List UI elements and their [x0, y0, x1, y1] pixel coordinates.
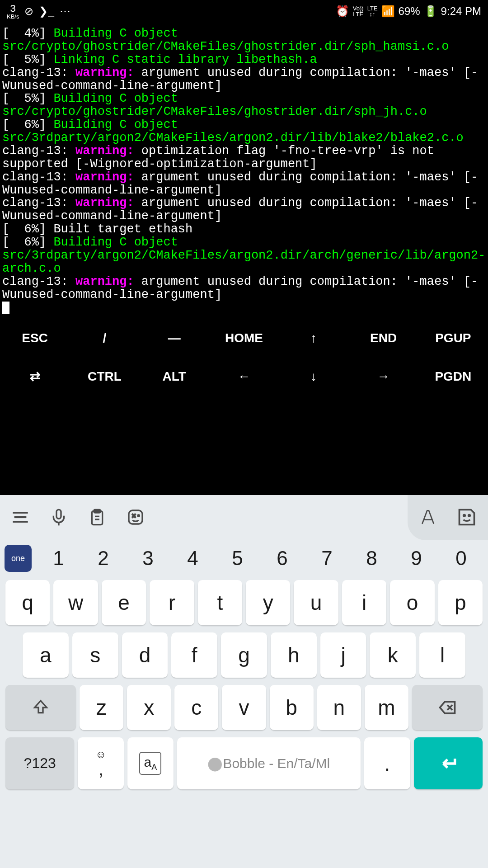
key-v[interactable]: v: [222, 685, 266, 730]
backspace-key[interactable]: [412, 685, 483, 730]
more-dots-icon: ⋯: [60, 5, 70, 18]
emoji-sticker-icon[interactable]: [457, 507, 477, 528]
fn-key-ctrl[interactable]: CTRL: [70, 357, 139, 396]
terminal-text: clang-13:: [2, 66, 75, 80]
terminal-text: warning:: [75, 196, 141, 210]
num-key-1[interactable]: 1: [36, 547, 81, 570]
key-j[interactable]: j: [320, 632, 366, 678]
key-i[interactable]: i: [342, 580, 386, 625]
key-t[interactable]: t: [198, 580, 242, 625]
terminal-text: Linking C static library libethash.a: [53, 53, 317, 66]
key-y[interactable]: y: [246, 580, 290, 625]
fn-key-end[interactable]: END: [348, 319, 418, 357]
fn-key-[interactable]: →: [348, 357, 418, 396]
key-u[interactable]: u: [294, 580, 338, 625]
menu-icon[interactable]: [11, 508, 29, 528]
num-key-7[interactable]: 7: [305, 547, 349, 570]
signal-strength-icon: 📶: [381, 5, 395, 18]
clipboard-icon[interactable]: [88, 508, 106, 528]
terminal-text: Building C object src/3rdparty/argon2/CM…: [2, 236, 485, 275]
terminal-text: Building C object src/3rdparty/argon2/CM…: [2, 118, 464, 145]
num-key-0[interactable]: 0: [439, 547, 483, 570]
num-key-6[interactable]: 6: [260, 547, 305, 570]
fn-key-alt[interactable]: ALT: [140, 357, 209, 396]
terminal-text: [ 4%]: [2, 27, 53, 40]
terminal-text: clang-13:: [2, 275, 75, 288]
fn-key-[interactable]: ―: [140, 319, 209, 357]
key-w[interactable]: w: [53, 580, 98, 625]
terminal-function-keys: ESC/―HOME↑ENDPGUP⇄CTRLALT←↓→PGDN: [0, 319, 488, 396]
status-right: ⏰ Vo))LTE LTE↕↑ 📶 69% 🔋 9:24 PM: [336, 5, 481, 18]
qwerty-row-1: qwertyuiop: [0, 576, 488, 629]
fn-key-[interactable]: ⇄: [0, 357, 70, 396]
num-key-9[interactable]: 9: [394, 547, 439, 570]
key-c[interactable]: c: [174, 685, 218, 730]
key-k[interactable]: k: [370, 632, 416, 678]
key-n[interactable]: n: [317, 685, 361, 730]
mic-icon[interactable]: [50, 508, 68, 528]
key-z[interactable]: z: [80, 685, 123, 730]
key-m[interactable]: m: [365, 685, 408, 730]
terminal-cursor: [2, 302, 9, 314]
key-f[interactable]: f: [171, 632, 217, 678]
status-bar: 3 KB/s ⊘ ❯_ ⋯ ⏰ Vo))LTE LTE↕↑ 📶 69% 🔋 9:…: [0, 0, 488, 23]
fn-key-home[interactable]: HOME: [209, 319, 279, 357]
terminal-prompt-icon: ❯_: [39, 5, 54, 18]
num-key-3[interactable]: 3: [126, 547, 170, 570]
qwerty-row-3: zxcvbnm: [0, 681, 488, 734]
font-style-icon[interactable]: [419, 507, 439, 528]
fn-key-[interactable]: /: [70, 319, 139, 357]
emoji-comma-key[interactable]: ☺,: [78, 737, 124, 789]
qwerty-row-2: asdfghjkl: [0, 629, 488, 681]
fn-key-[interactable]: ←: [209, 357, 279, 396]
terminal-text: warning:: [75, 275, 141, 288]
sticker-icon[interactable]: ×: [127, 508, 145, 528]
language-switch-key[interactable]: aA: [127, 737, 174, 789]
onscreen-keyboard: × one 1234567890 qwertyuiop asdfghjkl zx…: [0, 495, 488, 868]
terminal-text: [ 5%]: [2, 53, 53, 66]
key-r[interactable]: r: [150, 580, 194, 625]
key-b[interactable]: b: [270, 685, 314, 730]
terminal-text: clang-13:: [2, 144, 75, 158]
symbols-key[interactable]: ?123: [5, 737, 74, 789]
key-h[interactable]: h: [271, 632, 317, 678]
fn-key-[interactable]: ↑: [279, 319, 348, 357]
svg-text:×: ×: [132, 511, 136, 519]
key-l[interactable]: l: [419, 632, 465, 678]
num-key-5[interactable]: 5: [215, 547, 260, 570]
terminal-text: [ 6%]: [2, 118, 53, 132]
svg-rect-3: [56, 509, 61, 519]
period-key[interactable]: .: [364, 737, 410, 789]
num-key-8[interactable]: 8: [349, 547, 394, 570]
fn-key-esc[interactable]: ESC: [0, 319, 70, 357]
enter-key[interactable]: [414, 737, 483, 789]
terminal-text: warning:: [75, 144, 141, 158]
svg-point-13: [469, 514, 470, 516]
key-p[interactable]: p: [438, 580, 483, 625]
key-s[interactable]: s: [72, 632, 118, 678]
num-key-4[interactable]: 4: [170, 547, 215, 570]
terminal-output[interactable]: [ 4%] Building C object src/crypto/ghost…: [0, 23, 488, 319]
key-g[interactable]: g: [221, 632, 267, 678]
key-e[interactable]: e: [102, 580, 146, 625]
num-key-2[interactable]: 2: [81, 547, 126, 570]
key-a[interactable]: a: [23, 632, 69, 678]
bobble-app-badge[interactable]: one: [5, 545, 32, 572]
terminal-text: [ 5%]: [2, 92, 53, 105]
shift-key[interactable]: [5, 685, 76, 730]
key-q[interactable]: q: [5, 580, 50, 625]
fn-key-pgup[interactable]: PGUP: [418, 319, 488, 357]
keyboard-toolbar: ×: [0, 495, 488, 540]
key-o[interactable]: o: [390, 580, 434, 625]
key-x[interactable]: x: [127, 685, 171, 730]
terminal-text: warning:: [75, 170, 141, 184]
key-d[interactable]: d: [122, 632, 168, 678]
terminal-text: [ 6%]: [2, 236, 53, 249]
spacebar[interactable]: ⬤ Bobble - En/Ta/Ml: [177, 737, 361, 789]
battery-percentage: 69%: [399, 5, 420, 18]
fn-key-pgdn[interactable]: PGDN: [418, 357, 488, 396]
fn-key-[interactable]: ↓: [279, 357, 348, 396]
clock-time: 9:24 PM: [441, 5, 481, 18]
crossed-circle-icon: ⊘: [24, 5, 33, 18]
number-row: one 1234567890: [0, 540, 488, 576]
